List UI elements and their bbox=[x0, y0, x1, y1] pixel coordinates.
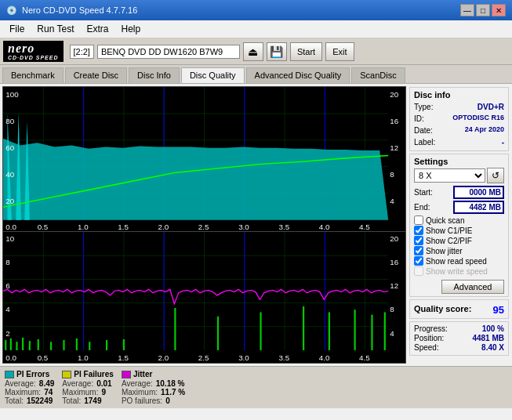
svg-text:2.5: 2.5 bbox=[198, 223, 209, 231]
start-button[interactable]: Start bbox=[290, 42, 322, 61]
menu-help[interactable]: Help bbox=[115, 22, 147, 36]
c2-pif-row: Show C2/PIF bbox=[414, 236, 504, 245]
svg-rect-65 bbox=[38, 339, 39, 350]
disc-label-label: Label: bbox=[414, 136, 435, 148]
svg-text:6: 6 bbox=[5, 281, 9, 290]
svg-text:12: 12 bbox=[390, 281, 398, 290]
c2-pif-label: Show C2/PIF bbox=[426, 237, 472, 245]
disc-type-value: DVD+R bbox=[478, 101, 504, 113]
svg-text:80: 80 bbox=[5, 117, 14, 125]
tab-create-disc[interactable]: Create Disc bbox=[65, 67, 127, 83]
jitter-legend-box bbox=[122, 371, 131, 378]
menu-bar: File Run Test Extra Help bbox=[0, 20, 512, 38]
menu-run-test[interactable]: Run Test bbox=[31, 22, 80, 36]
svg-text:2.5: 2.5 bbox=[198, 353, 209, 362]
read-speed-checkbox[interactable] bbox=[414, 256, 423, 266]
svg-text:4: 4 bbox=[390, 329, 394, 338]
svg-rect-72 bbox=[174, 308, 176, 350]
quick-scan-checkbox[interactable] bbox=[414, 215, 423, 225]
pi-total-val: 152249 bbox=[27, 396, 53, 405]
chart-bottom: 10 8 6 4 2 20 16 12 8 4 0.0 0.5 1.0 1.5 … bbox=[2, 232, 406, 364]
svg-text:4: 4 bbox=[5, 305, 10, 313]
drive-select[interactable]: BENQ DVD DD DW1620 B7W9 bbox=[97, 45, 240, 59]
menu-file[interactable]: File bbox=[3, 22, 31, 36]
start-mb-row: Start: bbox=[414, 186, 504, 199]
pi-errors-group: PI Errors Average: 8.49 Maximum: 74 Tota… bbox=[5, 370, 54, 405]
svg-rect-63 bbox=[22, 338, 24, 350]
svg-text:8: 8 bbox=[5, 258, 9, 266]
close-button[interactable]: ✕ bbox=[492, 4, 506, 16]
tab-benchmark[interactable]: Benchmark bbox=[2, 67, 64, 83]
c2-pif-checkbox[interactable] bbox=[414, 236, 423, 245]
start-label: Start: bbox=[414, 188, 433, 197]
read-speed-row: Show read speed bbox=[414, 256, 504, 266]
c1-pie-label: Show C1/PIE bbox=[426, 226, 472, 235]
end-input[interactable] bbox=[453, 201, 504, 214]
quick-scan-label: Quick scan bbox=[426, 216, 464, 225]
speed-select[interactable]: 8 X bbox=[414, 168, 485, 183]
speed-row: 8 X ↺ bbox=[414, 168, 504, 183]
eject-button[interactable]: ⏏ bbox=[243, 42, 263, 61]
svg-rect-61 bbox=[10, 339, 12, 350]
disc-date-row: Date: 24 Apr 2020 bbox=[414, 125, 504, 136]
svg-text:4.0: 4.0 bbox=[319, 353, 330, 362]
svg-text:4.5: 4.5 bbox=[359, 353, 370, 362]
quality-row: Quality score: 95 bbox=[414, 304, 504, 316]
advanced-button[interactable]: Advanced bbox=[441, 280, 504, 294]
pif-max-label: Maximum: bbox=[62, 388, 98, 396]
pif-total-label: Total: bbox=[62, 396, 81, 405]
drive-select-wrapper[interactable]: BENQ DVD DD DW1620 B7W9 bbox=[97, 45, 240, 59]
right-panel: Disc info Type: DVD+R ID: OPTODISC R16 D… bbox=[406, 84, 512, 366]
position-label: Position: bbox=[414, 334, 444, 342]
svg-text:10: 10 bbox=[5, 234, 14, 243]
write-speed-checkbox bbox=[414, 266, 423, 276]
speed-row-progress: Speed: 8.40 X bbox=[414, 343, 504, 352]
pif-total-val: 1749 bbox=[84, 396, 101, 405]
disc-id-row: ID: OPTODISC R16 bbox=[414, 113, 504, 125]
progress-label: Progress: bbox=[414, 324, 448, 333]
speed-label: Speed: bbox=[414, 343, 439, 352]
svg-text:3.5: 3.5 bbox=[278, 223, 289, 231]
tab-disc-info[interactable]: Disc Info bbox=[129, 67, 180, 83]
refresh-button[interactable]: ↺ bbox=[487, 168, 504, 183]
svg-rect-67 bbox=[63, 340, 64, 350]
position-row: Position: 4481 MB bbox=[414, 334, 504, 342]
tab-advanced-disc-quality[interactable]: Advanced Disc Quality bbox=[246, 67, 350, 83]
tab-scan-disc[interactable]: ScanDisc bbox=[351, 67, 405, 83]
progress-value: 100 % bbox=[482, 324, 504, 333]
toolbar: nero CD·DVD SPEED [2:2] BENQ DVD DD DW16… bbox=[0, 38, 512, 65]
svg-rect-79 bbox=[384, 312, 386, 350]
svg-text:1.0: 1.0 bbox=[78, 353, 89, 362]
svg-text:0.0: 0.0 bbox=[5, 353, 16, 362]
svg-rect-75 bbox=[303, 306, 304, 350]
pi-errors-avg-row: Average: 8.49 bbox=[5, 379, 54, 388]
quality-label: Quality score: bbox=[414, 304, 471, 316]
tab-disc-quality[interactable]: Disc Quality bbox=[181, 67, 245, 83]
pi-failures-legend: PI Failures bbox=[62, 370, 114, 378]
svg-text:4: 4 bbox=[390, 197, 394, 205]
top-chart-svg: 100 80 60 40 20 20 16 12 8 4 0.0 0.5 1.0… bbox=[3, 87, 405, 231]
disc-id-value: OPTODISC R16 bbox=[452, 113, 504, 125]
minimize-button[interactable]: — bbox=[460, 4, 474, 16]
disc-date-label: Date: bbox=[414, 125, 433, 136]
svg-rect-78 bbox=[371, 315, 372, 350]
maximize-button[interactable]: □ bbox=[476, 4, 490, 16]
exit-button[interactable]: Exit bbox=[325, 42, 354, 61]
jitter-checkbox[interactable] bbox=[414, 246, 423, 255]
position-value: 4481 MB bbox=[472, 334, 504, 342]
svg-rect-74 bbox=[260, 312, 261, 350]
svg-text:60: 60 bbox=[5, 143, 14, 152]
svg-rect-69 bbox=[89, 342, 90, 350]
disc-type-row: Type: DVD+R bbox=[414, 101, 504, 113]
svg-text:100: 100 bbox=[5, 90, 19, 99]
write-speed-label: Show write speed bbox=[426, 267, 488, 276]
start-input[interactable] bbox=[453, 186, 504, 199]
drive-label: [2:2] bbox=[70, 45, 94, 59]
save-button[interactable]: 💾 bbox=[267, 42, 287, 61]
disc-type-label: Type: bbox=[414, 101, 433, 113]
c1-pie-checkbox[interactable] bbox=[414, 226, 423, 235]
settings-title: Settings bbox=[414, 157, 504, 166]
menu-extra[interactable]: Extra bbox=[80, 22, 114, 36]
settings-section: Settings 8 X ↺ Start: End: Quick scan bbox=[409, 154, 509, 297]
pi-failures-group: PI Failures Average: 0.01 Maximum: 9 Tot… bbox=[62, 370, 114, 405]
